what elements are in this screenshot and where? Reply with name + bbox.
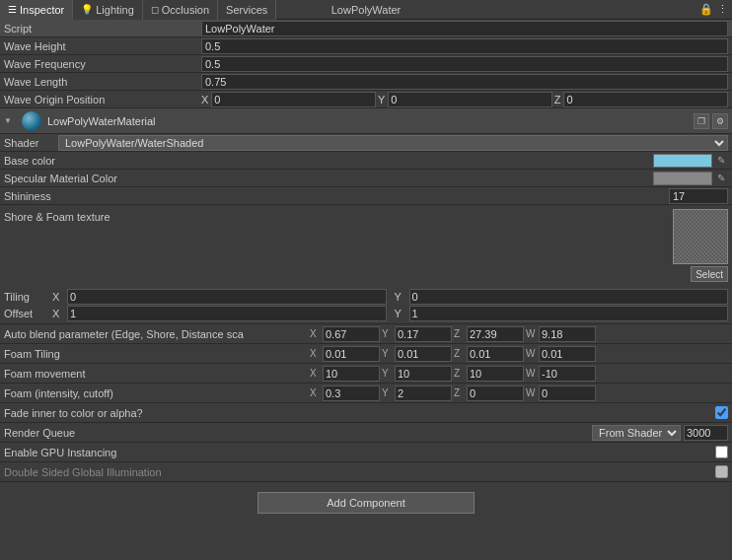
lighting-icon: 💡 xyxy=(81,4,93,15)
shader-row: Shader LowPolyWater/WaterShaded xyxy=(0,134,732,152)
render-queue-value[interactable] xyxy=(684,425,728,441)
tiling-x-input[interactable] xyxy=(67,289,387,305)
shore-texture-label: Shore & Foam texture xyxy=(4,209,673,223)
add-component-button[interactable]: Add Component xyxy=(257,492,475,514)
auto-blend-y-input[interactable] xyxy=(395,326,452,342)
shininess-input[interactable] xyxy=(669,188,728,204)
lock-icon[interactable]: 🔒 xyxy=(699,3,713,16)
foam-intensity-z-label: Z xyxy=(454,387,466,398)
wave-height-input[interactable] xyxy=(201,38,728,54)
auto-blend-w-label: W xyxy=(526,328,538,339)
foam-movement-w-label: W xyxy=(526,368,538,379)
material-expand-icon[interactable]: ▼ xyxy=(4,116,12,125)
base-color-swatch[interactable] xyxy=(653,154,712,168)
auto-blend-z-input[interactable] xyxy=(467,326,524,342)
auto-blend-x-input[interactable] xyxy=(323,326,380,342)
auto-blend-fields: X Y Z W xyxy=(310,326,728,342)
wave-frequency-input[interactable] xyxy=(201,56,728,72)
wave-origin-z[interactable] xyxy=(563,92,728,107)
fade-inner-row: Fade inner to color or alpha? xyxy=(0,403,732,423)
foam-movement-y[interactable] xyxy=(395,366,452,382)
base-color-edit-icon[interactable]: ✎ xyxy=(714,154,728,168)
foam-intensity-y[interactable] xyxy=(395,385,452,401)
wave-height-row: Wave Height xyxy=(0,37,732,55)
material-sphere xyxy=(22,111,41,131)
inspector-icon: ☰ xyxy=(8,4,17,15)
render-queue-select[interactable]: From Shader Background Geometry AlphaTes… xyxy=(592,425,681,441)
foam-movement-row: Foam movement X Y Z W xyxy=(0,364,732,384)
specular-color-swatch[interactable] xyxy=(653,172,712,185)
offset-y-input[interactable] xyxy=(409,306,729,321)
duplicate-icon[interactable]: ❐ xyxy=(694,113,709,129)
auto-blend-x-field: X xyxy=(310,326,380,342)
foam-movement-x-label: X xyxy=(310,368,322,379)
foam-intensity-fields: X Y Z W xyxy=(310,385,728,401)
wave-origin-y[interactable] xyxy=(388,92,552,107)
material-header: ▼ LowPolyWaterMaterial ❐ ⚙ xyxy=(0,108,732,134)
foam-intensity-w[interactable] xyxy=(539,385,596,401)
gpu-instancing-checkbox[interactable] xyxy=(715,446,728,458)
offset-y-label: Y xyxy=(395,308,404,319)
gpu-instancing-row: Enable GPU Instancing xyxy=(0,443,732,462)
material-name: LowPolyWaterMaterial xyxy=(47,115,688,127)
foam-intensity-label: Foam (intensity, cutoff) xyxy=(4,387,310,399)
specular-color-edit-icon[interactable]: ✎ xyxy=(714,172,728,185)
tiling-y-input[interactable] xyxy=(409,289,729,305)
base-color-row: Base color ✎ xyxy=(0,152,732,170)
script-label: Script xyxy=(4,23,201,35)
tab-inspector[interactable]: ☰ Inspector xyxy=(0,0,73,20)
foam-tiling-x[interactable] xyxy=(323,346,380,362)
tab-occlusion[interactable]: ◻ Occlusion xyxy=(143,0,218,20)
inspector-content: Script Wave Height Wave Frequency Wave L… xyxy=(0,20,732,560)
x-label-origin: X xyxy=(201,94,208,105)
double-sided-checkbox[interactable] xyxy=(715,465,728,478)
foam-movement-z[interactable] xyxy=(467,366,524,382)
auto-blend-y-field: Y xyxy=(382,326,452,342)
texture-right: Select xyxy=(673,209,728,282)
foam-tiling-w[interactable] xyxy=(539,346,596,362)
foam-tiling-y-label: Y xyxy=(382,348,394,359)
z-label-origin: Z xyxy=(554,94,561,105)
auto-blend-z-field: Z xyxy=(454,326,524,342)
foam-intensity-y-label: Y xyxy=(382,387,394,398)
foam-tiling-z[interactable] xyxy=(467,346,524,362)
tiling-row: Tiling X Y xyxy=(4,288,728,305)
foam-tiling-row: Foam Tiling X Y Z W xyxy=(0,344,732,364)
foam-movement-x[interactable] xyxy=(323,366,380,382)
settings-icon[interactable]: ⚙ xyxy=(712,113,728,129)
tiling-label: Tiling xyxy=(4,291,48,303)
window-title: LowPolyWater xyxy=(331,4,402,16)
wave-origin-x[interactable] xyxy=(211,92,376,107)
tab-lighting[interactable]: 💡 Lighting xyxy=(73,0,143,20)
shader-dropdown[interactable]: LowPolyWater/WaterShaded xyxy=(58,135,728,151)
foam-tiling-x-label: X xyxy=(310,348,322,359)
foam-movement-label: Foam movement xyxy=(4,368,310,380)
auto-blend-x-label: X xyxy=(310,328,322,339)
tab-right-icons: 🔒 ⋮ xyxy=(699,3,732,16)
select-button[interactable]: Select xyxy=(691,266,728,282)
texture-thumbnail[interactable] xyxy=(673,209,728,264)
material-icons: ❐ ⚙ xyxy=(694,113,728,129)
tiling-offset-container: Tiling X Y Offset X Y xyxy=(0,286,732,323)
wave-length-input[interactable] xyxy=(201,74,728,90)
offset-label: Offset xyxy=(4,308,48,319)
tab-services[interactable]: Services xyxy=(218,0,276,20)
more-icon[interactable]: ⋮ xyxy=(717,3,728,16)
auto-blend-w-input[interactable] xyxy=(539,326,596,342)
y-label-origin: Y xyxy=(378,94,385,105)
wave-frequency-row: Wave Frequency xyxy=(0,55,732,73)
auto-blend-y-label: Y xyxy=(382,328,394,339)
foam-intensity-z[interactable] xyxy=(467,385,524,401)
wave-origin-row: Wave Origin Position X Y Z xyxy=(0,91,732,108)
foam-intensity-x[interactable] xyxy=(323,385,380,401)
script-input[interactable] xyxy=(201,21,728,36)
fade-inner-label: Fade inner to color or alpha? xyxy=(4,407,715,419)
offset-x-input[interactable] xyxy=(67,306,387,321)
foam-tiling-w-label: W xyxy=(526,348,538,359)
texture-section: Shore & Foam texture Select Tiling X Y O… xyxy=(0,205,732,324)
add-component-wrapper: Add Component xyxy=(0,482,732,524)
tiling-x-label: X xyxy=(52,291,62,303)
foam-movement-w[interactable] xyxy=(539,366,596,382)
foam-tiling-y[interactable] xyxy=(395,346,452,362)
fade-inner-checkbox[interactable] xyxy=(715,406,728,419)
